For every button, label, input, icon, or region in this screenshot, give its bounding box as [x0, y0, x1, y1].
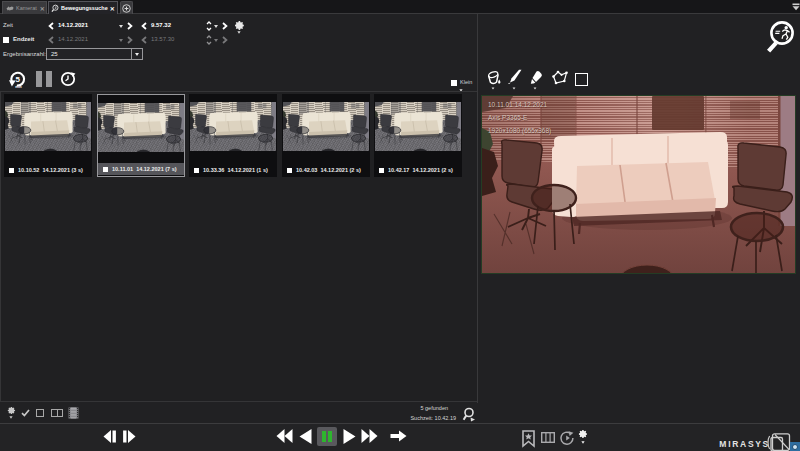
svg-text:min: min: [15, 85, 21, 89]
svg-text:5: 5: [16, 75, 21, 84]
